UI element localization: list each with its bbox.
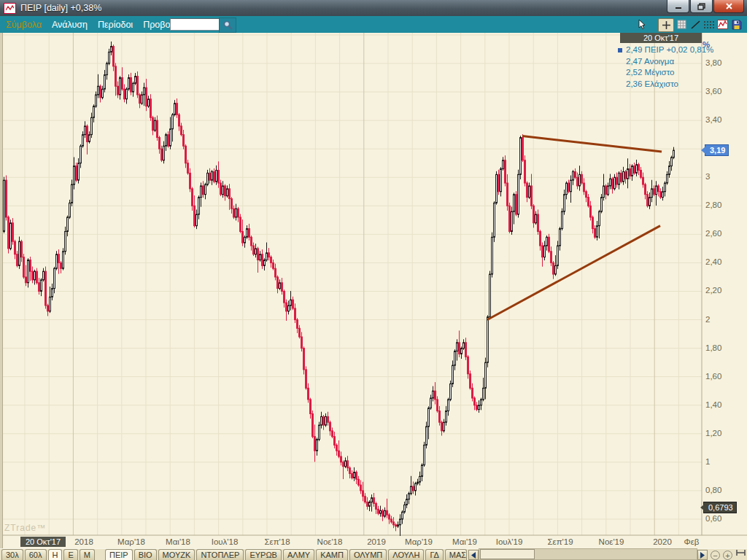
- application-window: ΠΕΙΡ [daily] +0,38% ΣύμβολαΑνάλυσηΠερίοδ…: [0, 0, 747, 560]
- trendline-2[interactable]: [487, 226, 660, 320]
- zoom-out-button[interactable]: −: [711, 551, 720, 560]
- info-row: 2,36 Ελάχιστο: [626, 79, 678, 88]
- crosshair-tool-icon[interactable]: [658, 18, 674, 32]
- info-row: 2,52 Μέγιστο: [626, 68, 674, 77]
- y-axis-label: 1,40: [705, 400, 721, 409]
- info-panel-date: 20 Οκτ'17: [620, 33, 702, 43]
- grid-tool-icon[interactable]: [676, 18, 688, 31]
- menu-item-2[interactable]: Ανάλυση: [52, 20, 88, 30]
- x-axis-label: 2020: [653, 537, 672, 546]
- symbol-button-ΕΥΡΩΒ[interactable]: ΕΥΡΩΒ: [245, 549, 282, 560]
- period-button-Ε[interactable]: Ε: [63, 549, 77, 560]
- x-axis-label: Σεπ'18: [264, 537, 290, 546]
- symbol-search-input[interactable]: [170, 18, 220, 31]
- symbol-button-ΝΤΟΠΛΕΡ[interactable]: ΝΤΟΠΛΕΡ: [196, 549, 244, 560]
- period-button-30λ[interactable]: 30λ: [1, 549, 23, 560]
- x-axis-label: Νοε'18: [317, 537, 343, 546]
- y-axis-label: 1,60: [705, 372, 721, 381]
- price-plot[interactable]: [0, 33, 747, 548]
- dotted-lines-tool-icon[interactable]: [703, 18, 715, 31]
- y-axis-label: 3,80: [705, 58, 721, 67]
- symbol-button-ΒΙΟ[interactable]: ΒΙΟ: [134, 549, 157, 560]
- info-row: 2,47 Ανοιγμα: [626, 57, 674, 66]
- scrollbar-thumb[interactable]: [480, 549, 535, 559]
- period-button-Μ[interactable]: Μ: [80, 549, 95, 560]
- crosshair-date-tag: 20 Οκτ'17: [20, 537, 66, 547]
- crosshair-price-tag: 0,6793: [703, 502, 737, 513]
- restore-button[interactable]: [690, 0, 713, 13]
- period-button-Η[interactable]: Η: [48, 549, 63, 560]
- menu-item-3[interactable]: Περίοδοι: [98, 20, 133, 30]
- minimize-button[interactable]: [667, 0, 689, 13]
- x-axis-label: Μαι'18: [166, 537, 190, 546]
- x-axis-label: Φεβ: [684, 537, 700, 546]
- y-axis-label: 3: [705, 172, 710, 181]
- grid-layer: [2, 33, 702, 535]
- y-axis-label: 2,40: [705, 257, 721, 266]
- scrollbar-track[interactable]: [479, 548, 697, 560]
- y-axis-label: 2,20: [705, 286, 721, 295]
- zoom-in-button[interactable]: +: [723, 551, 732, 560]
- bottom-toolbar: 30λ60λΗΕΜ ΠΕΙΡΒΙΟΜΟΥΖΚΝΤΟΠΛΕΡΕΥΡΩΒΑΛΜΥΚΑ…: [0, 548, 747, 560]
- x-axis-label: Ιουλ'18: [212, 537, 239, 546]
- app-icon: [4, 3, 16, 14]
- title-bar: ΠΕΙΡ [daily] +0,38%: [0, 0, 747, 16]
- x-axis-label: Μαρ'18: [117, 537, 145, 546]
- menu-item-1[interactable]: Σύμβολα: [6, 20, 42, 30]
- symbol-button-ΓΔ[interactable]: ΓΔ: [425, 549, 443, 560]
- bullet-icon: [618, 48, 622, 52]
- scroll-right-button[interactable]: [697, 550, 708, 560]
- x-axis-label: Ιουλ'19: [496, 537, 523, 546]
- x-axis-label: Μαι'19: [452, 537, 477, 546]
- y-axis-label: 0,80: [705, 486, 721, 494]
- symbol-button-ΑΛΜΥ[interactable]: ΑΛΜΥ: [283, 549, 314, 560]
- y-axis-label: 3,60: [705, 87, 721, 96]
- y-axis-label: 1,20: [705, 429, 721, 438]
- symbol-button-ΛΟΥΛΗ[interactable]: ΛΟΥΛΗ: [388, 549, 424, 560]
- x-axis-label: Σεπ'19: [547, 537, 573, 546]
- y-axis-label: 3,40: [705, 115, 721, 124]
- trendline-1[interactable]: [522, 136, 662, 152]
- x-axis-label: 2018: [74, 537, 93, 546]
- y-axis-label: 1,80: [705, 343, 721, 352]
- x-axis-label: Μαρ'19: [405, 537, 433, 546]
- fit-width-icon[interactable]: [736, 546, 746, 559]
- window-title: ΠΕΙΡ [daily] +0,38%: [20, 3, 101, 13]
- watermark: ZTrade™: [4, 523, 46, 533]
- chart-tool-icon[interactable]: [716, 18, 729, 31]
- close-button[interactable]: [713, 0, 744, 13]
- trendline-tool-icon[interactable]: [689, 18, 702, 31]
- y-axis-label: 1: [705, 457, 710, 466]
- left-border-strip: [0, 33, 3, 548]
- x-axis-label: Νοε'19: [599, 537, 624, 546]
- info-row: 2,49 ΠΕΙΡ +0,02 0,81%: [626, 45, 713, 54]
- symbol-button-ΚΑΜΠ[interactable]: ΚΑΜΠ: [316, 549, 348, 560]
- last-price-tag: 3,19: [705, 144, 729, 156]
- symbol-button-ΠΕΙΡ[interactable]: ΠΕΙΡ: [105, 549, 133, 560]
- candles-layer: [4, 42, 675, 536]
- symbol-button-ΜΟΥΖΚ[interactable]: ΜΟΥΖΚ: [158, 549, 196, 560]
- period-button-60λ[interactable]: 60λ: [25, 549, 47, 560]
- pointer-tool-icon[interactable]: [635, 18, 648, 31]
- y-axis-label: 2,60: [705, 229, 721, 238]
- menu-bar: ΣύμβολαΑνάλυσηΠερίοδοιΠροβολή: [0, 16, 747, 33]
- y-axis-label: 0,60: [705, 514, 721, 523]
- y-axis-label: 2,80: [705, 201, 721, 209]
- save-icon[interactable]: [730, 18, 743, 31]
- symbol-button-ΜΑΣΟ[interactable]: ΜΑΣΟ: [445, 549, 467, 560]
- search-icon[interactable]: [219, 18, 236, 33]
- x-axis-label: 2019: [367, 537, 386, 546]
- y-axis-label: 2: [705, 315, 710, 324]
- symbol-button-ΟΛΥΜΠ[interactable]: ΟΛΥΜΠ: [349, 549, 387, 560]
- scroll-left-button[interactable]: [468, 550, 479, 560]
- chart-area: % 3,803,603,4032,802,602,402,2021,801,60…: [0, 33, 747, 548]
